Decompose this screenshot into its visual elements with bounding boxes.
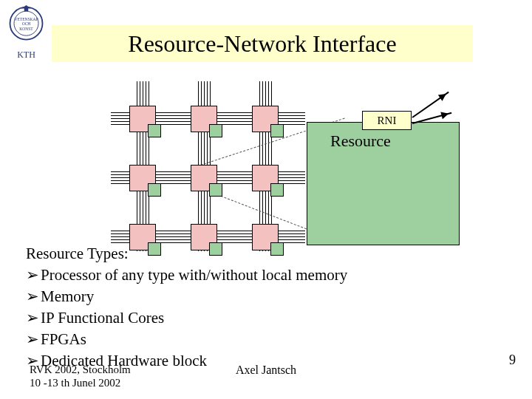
switch-node [191, 106, 217, 132]
rni-box: RNI [362, 111, 412, 130]
kth-crest-icon: VETENSKAP OCH KONST [6, 4, 47, 45]
footer-author: Axel Jantsch [0, 364, 532, 377]
bullet-item: Processor of any type with/without local… [26, 265, 347, 286]
switch-node [129, 165, 156, 191]
svg-text:VETENSKAP: VETENSKAP [14, 17, 38, 21]
kth-logo-label: KTH [6, 50, 47, 61]
resource-tile-icon [148, 124, 161, 137]
resource-tile-icon [270, 183, 284, 197]
switch-node [129, 106, 156, 132]
bullet-item: Memory [26, 286, 347, 307]
rni-diagram: RNI Resource [111, 81, 466, 251]
resource-tile-icon [148, 183, 161, 197]
rni-label: RNI [378, 115, 397, 127]
resource-types-heading: Resource Types: [26, 244, 347, 265]
resource-tile-icon [270, 124, 284, 137]
resource-label: Resource [330, 132, 391, 151]
resource-tile-icon [209, 124, 222, 137]
switch-node [252, 106, 279, 132]
slide-title: Resource-Network Interface [52, 25, 473, 62]
footer-date: 10 -13 th Junel 2002 [30, 376, 131, 390]
page-number: 9 [509, 352, 516, 368]
switch-node [252, 165, 279, 191]
bullet-item: FPGAs [26, 329, 347, 350]
kth-logo: VETENSKAP OCH KONST KTH [6, 4, 47, 61]
svg-text:OCH: OCH [22, 21, 31, 26]
slide: VETENSKAP OCH KONST KTH Resource-Network… [0, 0, 532, 399]
body-text: Resource Types: Processor of any type wi… [26, 244, 347, 372]
svg-text:KONST: KONST [19, 27, 33, 31]
resource-tile-icon [209, 183, 222, 197]
switch-node [191, 165, 217, 191]
bullet-item: IP Functional Cores [26, 307, 347, 329]
slide-title-text: Resource-Network Interface [128, 30, 396, 58]
